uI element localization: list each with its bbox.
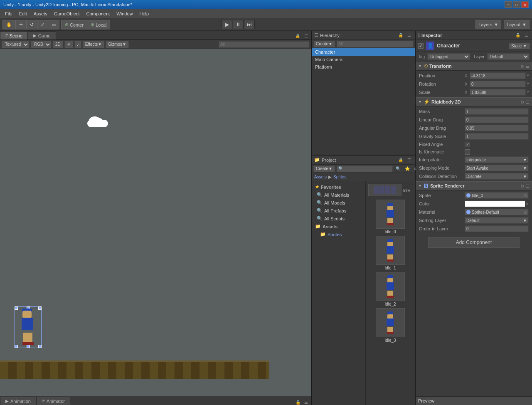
rgb-select[interactable]: RGB — [31, 41, 52, 48]
linear-drag-input[interactable] — [465, 116, 529, 123]
menu-assets[interactable]: Assets — [30, 10, 51, 17]
project-star-btn[interactable]: ⭐ — [404, 166, 411, 171]
tag-select[interactable]: Untagged — [427, 53, 470, 60]
sprite-renderer-menu-btn[interactable]: ☰ — [526, 184, 530, 188]
audio-btn[interactable]: ♪ — [74, 41, 81, 48]
rigidbody2d-icon: ⚡ — [424, 99, 430, 105]
layer-select[interactable]: Default — [487, 53, 530, 60]
color-swatch[interactable] — [465, 200, 525, 207]
scale-x[interactable] — [470, 89, 526, 96]
menu-component[interactable]: Component — [83, 10, 113, 17]
rigidbody2d-settings-btn[interactable]: ⚙ — [520, 100, 524, 104]
scene-view[interactable] — [0, 49, 311, 396]
idle3-item[interactable]: Idle_3 — [368, 308, 412, 343]
minimize-btn[interactable]: ─ — [505, 1, 512, 8]
lighting-btn[interactable]: ☀ — [64, 41, 73, 48]
add-component-button[interactable]: Add Component — [428, 237, 520, 248]
rigidbody2d-header[interactable]: ▼ ⚡ Rigidbody 2D ⚙ ☰ — [416, 97, 532, 106]
scene-search[interactable] — [219, 41, 309, 48]
idle0-item[interactable]: Idle_0 — [368, 200, 412, 234]
layout-dropdown[interactable]: Layout ▼ — [504, 20, 530, 29]
gizmos-btn[interactable]: Gizmos ▼ — [106, 41, 129, 48]
inspector-menu-btn[interactable]: ☰ — [523, 32, 530, 38]
bottom-menu-btn[interactable]: ☰ — [303, 400, 309, 405]
is-kinematic-checkbox[interactable] — [465, 149, 470, 155]
step-btn[interactable]: ⏭ — [244, 20, 255, 29]
all-models-item[interactable]: 🔍 All Models — [312, 199, 365, 207]
sorting-layer-dropdown[interactable]: Default ▼ — [465, 217, 529, 224]
fixed-angle-checkbox[interactable] — [465, 142, 470, 147]
center-btn[interactable]: ⊕ Center — [62, 20, 87, 30]
transform-settings-btn[interactable]: ⚙ — [520, 64, 524, 69]
hierarchy-item-platform[interactable]: Platform — [312, 63, 415, 71]
effects-btn[interactable]: Effects ▼ — [83, 41, 104, 48]
object-enabled-checkbox[interactable]: ✓ — [418, 43, 424, 49]
project-create-btn[interactable]: Create ▼ — [313, 165, 335, 172]
bottom-lock-btn[interactable]: 🔒 — [294, 400, 302, 405]
project-search[interactable] — [337, 165, 393, 172]
transform-menu-btn[interactable]: ☰ — [526, 64, 530, 69]
menu-window[interactable]: Window — [113, 10, 136, 17]
rigidbody2d-menu-btn[interactable]: ☰ — [526, 100, 530, 104]
hierarchy-item-character[interactable]: Character — [312, 48, 415, 56]
rotation-x[interactable] — [470, 81, 526, 87]
angular-drag-input[interactable] — [465, 125, 529, 131]
scene-tab[interactable]: # Scene — [0, 31, 28, 40]
all-prefabs-item[interactable]: 🔍 All Prefabs — [312, 207, 365, 215]
hierarchy-create-btn[interactable]: Create ▼ — [313, 41, 335, 47]
hierarchy-search[interactable] — [337, 41, 413, 47]
project-menu-btn[interactable]: ☰ — [406, 157, 412, 163]
move-tool[interactable]: ✛ — [16, 20, 27, 30]
layers-dropdown[interactable]: Layers ▼ — [475, 20, 501, 29]
assets-section[interactable]: 📁 Assets — [312, 222, 365, 230]
transform-header[interactable]: ▼ ⟲ Transform ⚙ ☰ — [416, 62, 532, 71]
color-picker-btn[interactable]: ✎ — [525, 202, 529, 206]
sprites-item[interactable]: 📁 Sprites — [312, 230, 365, 238]
menu-file[interactable]: File — [2, 10, 16, 17]
collision-detection-dropdown[interactable]: Discrete ▼ — [465, 173, 529, 180]
gravity-scale-input[interactable] — [465, 133, 529, 140]
menu-gameobject[interactable]: GameObject — [51, 10, 83, 17]
project-search-btn[interactable]: 🔍 — [394, 166, 402, 171]
interpolate-dropdown[interactable]: Interpolate ▼ — [465, 156, 529, 163]
idle-strip-thumb[interactable] — [368, 184, 401, 196]
character-object[interactable] — [17, 309, 39, 346]
animator-tab[interactable]: ⟳ Animator — [36, 397, 70, 405]
position-x[interactable] — [470, 72, 526, 79]
play-btn[interactable]: ▶ — [222, 20, 232, 29]
game-tab[interactable]: ▶ Game — [28, 31, 56, 40]
all-scripts-item[interactable]: 🔍 All Scripts — [312, 215, 365, 222]
2d-btn[interactable]: 2D — [53, 41, 63, 48]
favorites-section[interactable]: ★ Favorites — [312, 183, 365, 191]
idle1-item[interactable]: Idle_1 — [368, 236, 412, 270]
sleeping-mode-dropdown[interactable]: Start Awake ▼ — [465, 165, 529, 171]
animation-tab[interactable]: ▶ Animation — [0, 397, 36, 405]
local-btn[interactable]: ⊕ Local — [87, 20, 110, 30]
rect-tool[interactable]: ▭ — [48, 20, 59, 30]
project-lock-btn[interactable]: 🔒 — [397, 157, 404, 163]
all-materials-item[interactable]: 🔍 All Materials — [312, 191, 365, 199]
sprite-renderer-settings-btn[interactable]: ⚙ — [520, 184, 524, 188]
sprite-renderer-header[interactable]: ▼ 🖼 Sprite Renderer ⚙ ☰ — [416, 181, 532, 190]
hierarchy-item-main-camera[interactable]: Main Camera — [312, 56, 415, 63]
scene-menu-btn[interactable]: ☰ — [303, 33, 309, 39]
mass-input[interactable] — [465, 108, 529, 115]
scene-lock-btn[interactable]: 🔒 — [294, 33, 301, 39]
menu-edit[interactable]: Edit — [16, 10, 30, 17]
hand-tool[interactable]: ✋ — [3, 20, 16, 30]
static-badge[interactable]: Static ▼ — [509, 43, 530, 49]
menu-help[interactable]: Help — [136, 10, 152, 17]
sprite-ref-select-btn[interactable]: ◎ — [524, 193, 527, 198]
pause-btn[interactable]: ⏸ — [233, 20, 244, 29]
render-mode-select[interactable]: Textured — [2, 41, 30, 48]
inspector-lock-btn[interactable]: 🔒 — [514, 32, 522, 38]
material-ref-select-btn[interactable]: ◎ — [524, 210, 527, 214]
rotate-tool[interactable]: ↺ — [27, 20, 37, 30]
idle2-item[interactable]: Idle_2 — [368, 272, 412, 306]
hierarchy-menu-btn[interactable]: ☰ — [406, 32, 412, 38]
maximize-btn[interactable]: □ — [513, 1, 520, 8]
close-btn[interactable]: ✕ — [521, 1, 529, 8]
hierarchy-lock-btn[interactable]: 🔒 — [397, 32, 404, 38]
scale-tool[interactable]: ⤢ — [37, 20, 48, 30]
order-in-layer-input[interactable] — [465, 225, 529, 232]
